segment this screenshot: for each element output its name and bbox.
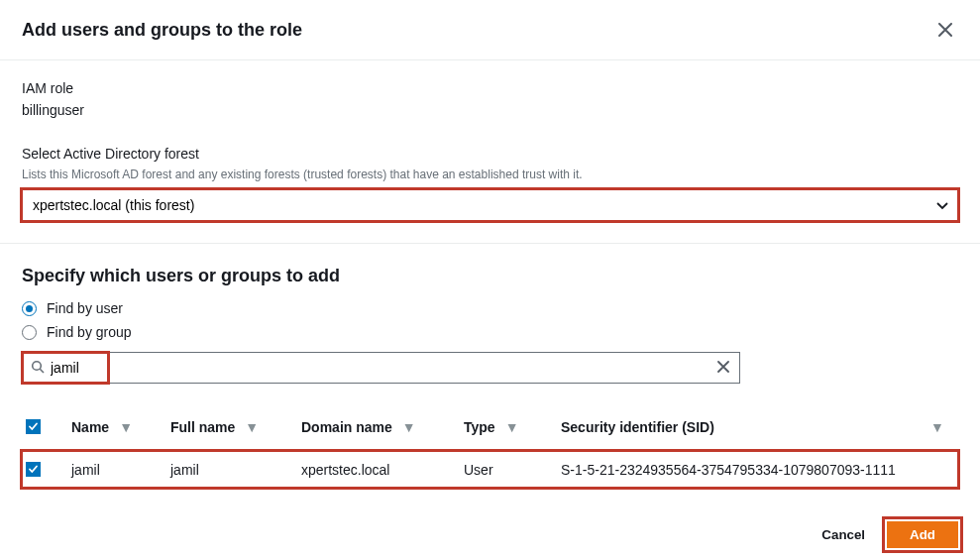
sort-icon: ▼ xyxy=(930,419,944,435)
search-field[interactable] xyxy=(22,352,740,384)
search-icon xyxy=(31,360,45,377)
cancel-button[interactable]: Cancel xyxy=(814,521,873,548)
sort-icon: ▼ xyxy=(119,419,133,435)
close-icon xyxy=(717,359,729,376)
row-checkbox[interactable] xyxy=(26,462,41,477)
sort-icon: ▼ xyxy=(402,419,416,435)
cell-sid: S-1-5-21-2324935564-3754795334-107980709… xyxy=(561,462,930,478)
sort-icon: ▼ xyxy=(245,419,259,435)
specify-title: Specify which users or groups to add xyxy=(22,266,958,286)
forest-label: Select Active Directory forest xyxy=(22,146,958,162)
radio-find-by-group-label: Find by group xyxy=(47,324,132,340)
col-header-type[interactable]: Type▼ xyxy=(464,419,519,435)
svg-line-1 xyxy=(40,369,44,373)
radio-find-by-group[interactable] xyxy=(22,325,37,340)
add-button[interactable]: Add xyxy=(887,521,958,548)
col-header-domain[interactable]: Domain name▼ xyxy=(301,419,416,435)
search-input[interactable] xyxy=(51,360,715,376)
select-all-checkbox[interactable] xyxy=(26,419,41,434)
close-button[interactable] xyxy=(934,18,956,42)
iam-role-value: billinguser xyxy=(22,102,958,118)
clear-search-button[interactable] xyxy=(715,359,731,377)
sort-icon: ▼ xyxy=(505,419,519,435)
table-header-row: Name▼ Full name▼ Domain name▼ Type▼ Secu… xyxy=(22,409,958,445)
forest-select[interactable]: xpertstec.local (this forest) xyxy=(22,189,958,221)
col-header-name[interactable]: Name▼ xyxy=(71,419,133,435)
forest-hint: Lists this Microsoft AD forest and any e… xyxy=(22,168,958,181)
close-icon xyxy=(938,19,952,41)
cell-type: User xyxy=(464,462,561,478)
svg-point-0 xyxy=(33,361,42,370)
modal-title: Add users and groups to the role xyxy=(22,20,302,41)
table-row[interactable]: jamil jamil xpertstec.local User S-1-5-2… xyxy=(22,451,958,488)
forest-select-value: xpertstec.local (this forest) xyxy=(33,197,194,213)
radio-find-by-user[interactable] xyxy=(22,301,37,316)
col-header-sid[interactable]: Security identifier (SID) xyxy=(561,419,714,435)
cell-name: jamil xyxy=(71,462,170,478)
iam-role-label: IAM role xyxy=(22,80,958,96)
radio-find-by-user-label: Find by user xyxy=(47,300,123,316)
cell-domain: xpertstec.local xyxy=(301,462,464,478)
cell-fullname: jamil xyxy=(170,462,301,478)
col-header-fullname[interactable]: Full name▼ xyxy=(170,419,259,435)
